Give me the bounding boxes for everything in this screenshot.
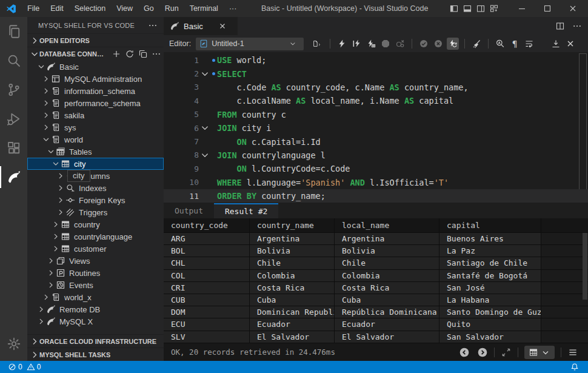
- section-oracle-cloud-infrastructure[interactable]: ORACLE CLOUD INFRASTRUCTURE: [27, 334, 164, 348]
- sql-code-editor[interactable]: 1USE world;2SELECT3 c.Code AS country_co…: [164, 52, 588, 203]
- tree-item-routines[interactable]: Routines: [27, 267, 164, 279]
- tree-item-events[interactable]: Events: [27, 279, 164, 291]
- tree-item-triggers[interactable]: Triggers: [27, 206, 164, 218]
- code-line-9[interactable]: 9 ON l.CountryCode=c.Code: [164, 162, 588, 175]
- close-toolbar-button[interactable]: [564, 38, 576, 50]
- save-to-file-button[interactable]: [550, 38, 562, 50]
- editor-selector-dropdown[interactable]: Untitled-1: [196, 38, 304, 50]
- customize-layout-icon[interactable]: [489, 4, 499, 13]
- tree-item-columns[interactable]: Columns: [27, 170, 164, 182]
- execute-statement-button[interactable]: [350, 38, 362, 50]
- more-actions-icon[interactable]: [152, 49, 161, 59]
- code-line-7[interactable]: 7 ON c.Capital=i.Id: [164, 135, 588, 148]
- execute-all-button[interactable]: [336, 38, 348, 50]
- tree-item-city[interactable]: city: [27, 158, 164, 170]
- execute-to-new-tab-button[interactable]: [365, 38, 377, 50]
- minimize-icon[interactable]: [517, 4, 527, 13]
- code-line-8[interactable]: 8JOIN countrylanguage l: [164, 149, 588, 162]
- result-view-selector[interactable]: [524, 346, 555, 359]
- tree-item-indexes[interactable]: Indexes: [27, 182, 164, 194]
- tree-item-views[interactable]: Views: [27, 255, 164, 267]
- tree-item-world-x[interactable]: world_x: [27, 291, 164, 303]
- sidebar-more-actions-icon[interactable]: [148, 21, 158, 30]
- column-header-country-code[interactable]: country_code: [164, 218, 250, 233]
- editor-more-actions-icon[interactable]: [572, 21, 582, 31]
- auto-commit-toggle[interactable]: [447, 38, 459, 50]
- table-row[interactable]: ARGArgentinaArgentinaBuenos Aires: [164, 233, 588, 245]
- column-header-capital[interactable]: capital: [439, 218, 541, 233]
- table-row[interactable]: CUBCubaCubaLa Habana: [164, 294, 588, 306]
- column-header-country-name[interactable]: country_name: [250, 218, 335, 233]
- tree-item-sys[interactable]: sys: [27, 121, 164, 133]
- table-row[interactable]: BOLBoliviaBoliviaLa Paz: [164, 245, 588, 257]
- show-hidden-characters-button[interactable]: ¶: [509, 38, 521, 50]
- code-line-10[interactable]: 10WHERE l.Language='Spanish' AND l.IsOff…: [164, 176, 588, 189]
- code-line-11[interactable]: 11ORDER BY country_name;: [164, 189, 588, 203]
- refresh-icon[interactable]: [125, 49, 135, 59]
- menu-terminal[interactable]: Terminal: [184, 0, 224, 17]
- tree-item-countrylanguage[interactable]: countrylanguage: [27, 230, 164, 243]
- close-tab-icon[interactable]: [218, 21, 227, 31]
- table-row[interactable]: SLVEl SalvadorEl SalvadorSan Salvador: [164, 331, 588, 343]
- activity-mysql-shell[interactable]: [0, 163, 27, 192]
- toggle-secondary-sidebar-icon[interactable]: [476, 4, 486, 13]
- toggle-panel-icon[interactable]: [463, 4, 472, 13]
- menu-selection[interactable]: Selection: [69, 0, 111, 17]
- tree-item-remote-db[interactable]: Remote DB: [27, 303, 164, 315]
- code-line-3[interactable]: 3 c.Code AS country_code, c.Name AS coun…: [164, 81, 588, 94]
- menu-run[interactable]: Run: [159, 0, 184, 17]
- table-row[interactable]: ECUEcuadorEcuadorQuito: [164, 318, 588, 331]
- code-line-1[interactable]: 1USE world;: [164, 53, 588, 67]
- table-row[interactable]: DOMDominican RepublicRepública Dominican…: [164, 306, 588, 318]
- tree-item-mysql-administration[interactable]: MySQL Administration: [27, 73, 164, 85]
- previous-page-icon[interactable]: [459, 347, 470, 358]
- section-database-connections[interactable]: DATABASE CONNECTIONS: [27, 47, 164, 60]
- tree-item-sakila[interactable]: sakila: [27, 109, 164, 121]
- result-menu-icon[interactable]: [567, 347, 578, 358]
- menu-go[interactable]: Go: [138, 0, 159, 17]
- new-connection-icon[interactable]: [112, 49, 121, 59]
- menu-view[interactable]: View: [111, 0, 138, 17]
- tree-item-tables[interactable]: Tables: [27, 146, 164, 158]
- tree-item-basic[interactable]: Basic: [27, 61, 164, 73]
- notifications-bell[interactable]: [567, 361, 582, 373]
- table-row[interactable]: CRICosta RicaCosta RicaSan José: [164, 282, 588, 294]
- stop-on-error-button[interactable]: [394, 38, 406, 50]
- problems-indicator[interactable]: 0 0: [5, 361, 44, 373]
- menu-edit[interactable]: Edit: [45, 0, 69, 17]
- result-tab-result-2[interactable]: Result #2: [214, 203, 278, 218]
- close-window-icon[interactable]: [568, 4, 578, 13]
- collapse-all-icon[interactable]: [138, 49, 148, 59]
- tree-item-world[interactable]: world: [27, 133, 164, 146]
- find-button[interactable]: [494, 38, 506, 50]
- tree-item-country[interactable]: country: [27, 218, 164, 230]
- activity-settings[interactable]: [0, 329, 27, 358]
- maximize-icon[interactable]: [543, 4, 552, 13]
- grid-scrollbar[interactable]: [583, 233, 587, 300]
- activity-search[interactable]: [0, 46, 27, 75]
- code-line-2[interactable]: 2SELECT: [164, 67, 588, 80]
- tab-basic[interactable]: Basic: [164, 17, 238, 35]
- activity-extensions[interactable]: [0, 133, 27, 163]
- tree-item-foreign-keys[interactable]: Foreign Keys: [27, 194, 164, 206]
- result-tab-output[interactable]: Output: [164, 203, 214, 218]
- tree-item-information-schema[interactable]: information_schema: [27, 85, 164, 97]
- activity-source-control[interactable]: [0, 75, 27, 104]
- code-line-4[interactable]: 4 c.LocalName AS local_name, i.Name AS c…: [164, 94, 588, 107]
- table-row[interactable]: CHLChileChileSantiago de Chile: [164, 257, 588, 269]
- tree-item-customer[interactable]: customer: [27, 243, 164, 255]
- maximize-result-icon[interactable]: [501, 347, 512, 358]
- activity-explorer[interactable]: [0, 17, 27, 46]
- activity-run-debug[interactable]: [0, 104, 27, 133]
- section-mysql-shell-tasks[interactable]: MYSQL SHELL TASKS: [27, 348, 164, 361]
- code-line-5[interactable]: 5FROM country c: [164, 108, 588, 121]
- tree-item-mysql-x[interactable]: MySQL X: [27, 315, 164, 328]
- rollback-button[interactable]: [432, 38, 444, 50]
- code-line-6[interactable]: 6JOIN city i: [164, 121, 588, 135]
- clean-editor-button[interactable]: [470, 38, 483, 50]
- tree-item-performance-schema[interactable]: performance_schema: [27, 97, 164, 109]
- stop-execution-button[interactable]: [379, 38, 392, 50]
- toggle-sidebar-icon[interactable]: [449, 4, 459, 13]
- new-script-button[interactable]: [309, 38, 324, 50]
- table-row[interactable]: COLColombiaColombiaSantafé de Bogotá: [164, 270, 588, 282]
